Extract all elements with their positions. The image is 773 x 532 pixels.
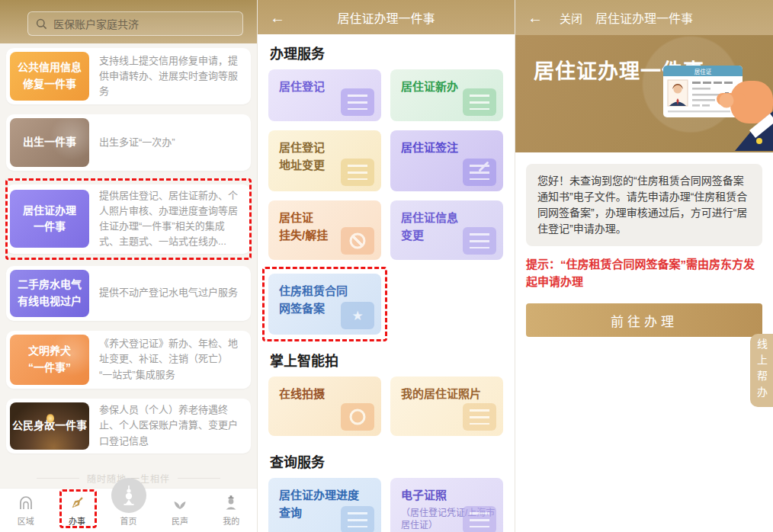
grid-item-e-license[interactable]: 电子证照 （居住登记凭证/上海市居住证）	[390, 478, 503, 532]
grid-item-progress-query[interactable]: 居住证办理进度 查询	[268, 478, 381, 532]
dove-icon	[172, 495, 188, 511]
service-tile: 出生一件事	[10, 118, 89, 167]
service-desc: 提供不动产登记水电气过户服务	[99, 285, 244, 300]
bottom-tab-bar: 区域 办事 首页 民声 我的	[0, 488, 257, 532]
service-card-residence-permit[interactable]: 居住证办理 一件事 提供居住登记、居住证新办、个人照片审核、办理进度查询等居住证…	[6, 184, 251, 254]
grid-item-address-change[interactable]: 居住登记 地址变更	[268, 130, 381, 191]
grid-item-new-permit[interactable]: 居住证新办	[390, 69, 503, 121]
online-help-tab[interactable]: 线上帮办	[750, 334, 773, 407]
service-desc: 参保人员（个人）养老待遇终止、个人医保账户清算、变更户口登记信息	[99, 402, 247, 448]
section-title: 办理服务	[270, 43, 504, 62]
tab-voice[interactable]: 民声	[154, 489, 205, 532]
service-row: 文明养犬 “一件事” 《养犬登记证》新办、年检、地址变更、补证、注销（死亡）“一…	[6, 331, 251, 389]
service-tile: 居住证办理 一件事	[10, 190, 89, 248]
app-screenshot: 医保账户家庭共济 公共信用信息 修复一件事 支持线上提交信用修复申请，提供申请转…	[0, 0, 773, 532]
permit-onestop-detail-screen: ← 关闭 居住证办理一件事 居住证办理一件事 居住证	[515, 0, 773, 532]
tip-text: 提示：“住房租赁合同网签备案”需由房东方发起申请办理	[526, 256, 762, 290]
search-placeholder: 医保账户家庭共济	[53, 16, 139, 31]
close-button[interactable]: 关闭	[560, 10, 582, 26]
service-tile: 二手房水电气 有线电视过户	[10, 270, 89, 317]
services-list-screen: 医保账户家庭共济 公共信用信息 修复一件事 支持线上提交信用修复申请，提供申请转…	[0, 0, 258, 532]
back-arrow-icon[interactable]: ←	[270, 10, 285, 25]
permit-card-label: 居住证	[694, 68, 712, 75]
page-title: 居住证办理一件事	[258, 8, 515, 27]
service-desc: 提供居住登记、居住证新办、个人照片审核、办理进度查询等居住证办理“一件事”相关的…	[99, 188, 247, 250]
person-icon	[223, 495, 239, 511]
tab-home[interactable]: 首页	[103, 489, 154, 532]
service-row: 公民身故一件事 参保人员（个人）养老待遇终止、个人医保账户清算、变更户口登记信息	[6, 399, 251, 453]
section-title: 掌上智能拍	[270, 350, 504, 370]
service-tile: 公共信用信息 修复一件事	[10, 52, 89, 101]
service-row: 居住证办理 一件事 提供居住登记、居住证新办、个人照片审核、办理进度查询等居住证…	[6, 184, 251, 254]
service-tile: 文明养犬 “一件事”	[10, 335, 89, 385]
highlighted-grid-cell: 住房租赁合同 网签备案	[268, 274, 381, 335]
search-header: 医保账户家庭共济	[0, 0, 257, 43]
grid-item-lease-contract-filing[interactable]: 住房租赁合同 网签备案	[268, 274, 381, 335]
section-title: 查询服务	[270, 451, 504, 471]
service-row: 出生一件事 出生多证“一次办”	[6, 114, 251, 171]
service-grid: 居住证办理进度 查询 电子证照 （居住登记凭证/上海市居住证）	[268, 478, 504, 532]
notice-message: 您好！未查询到您的“住房租赁合同网签备案通知书”电子文件。请先申请办理“住房租赁…	[526, 164, 762, 246]
tab-services[interactable]: 办事	[51, 489, 102, 532]
nav-header: ← 居住证办理一件事	[258, 0, 515, 34]
service-desc: 支持线上提交信用修复申请，提供申请转办、进展实时查询等服务	[99, 53, 247, 99]
service-card-birth[interactable]: 出生一件事 出生多证“一次办”	[6, 114, 251, 171]
document-icon	[341, 88, 374, 116]
card-block-icon	[341, 227, 374, 255]
services-body: 办理服务 居住登记 居住证新办 居住登记 地址变更 居住证签注	[258, 34, 515, 532]
pearl-tower-icon	[111, 478, 146, 513]
divider	[37, 478, 79, 479]
grid-item-info-change[interactable]: 居住证信息 变更	[390, 200, 503, 260]
residence-permit-services-screen: ← 居住证办理一件事 办理服务 居住登记 居住证新办 居住登记 地址变更	[258, 0, 515, 532]
service-tile: 公民身故一件事	[10, 402, 89, 450]
id-card-icon	[463, 88, 496, 116]
service-grid: 居住登记 居住证新办 居住登记 地址变更 居住证签注 居住证 挂失/解挂	[268, 69, 504, 335]
service-row: 公共信用信息 修复一件事 支持线上提交信用修复申请，提供申请转办、进展实时查询等…	[6, 48, 251, 104]
service-row: 二手房水电气 有线电视过户 提供不动产登记水电气过户服务	[6, 266, 251, 321]
back-arrow-icon[interactable]: ←	[528, 10, 543, 25]
service-card-credit-repair[interactable]: 公共信用信息 修复一件事 支持线上提交信用修复申请，提供申请转办、进展实时查询等…	[6, 48, 251, 104]
service-desc: 出生多证“一次办”	[99, 135, 181, 150]
service-grid: 在线拍摄 我的居住证照片	[268, 377, 504, 436]
go-handle-button[interactable]: 前往办理	[526, 303, 762, 337]
search-icon	[36, 18, 47, 30]
license-icon	[463, 506, 496, 532]
photo-icon	[463, 403, 496, 431]
camera-icon	[341, 403, 374, 431]
tab-region[interactable]: 区域	[0, 489, 51, 532]
star-badge-icon	[341, 302, 374, 329]
grid-item-my-photos[interactable]: 我的居住证照片	[390, 377, 503, 436]
service-card-utilities-transfer[interactable]: 二手房水电气 有线电视过户 提供不动产登记水电气过户服务	[6, 266, 251, 321]
search-input[interactable]: 医保账户家庭共济	[27, 11, 243, 36]
document-refresh-icon	[463, 227, 496, 255]
grid-item-online-photo[interactable]: 在线拍摄	[268, 377, 381, 436]
pen-document-icon	[463, 159, 496, 186]
tab-me[interactable]: 我的	[206, 489, 257, 532]
progress-list-icon	[341, 506, 374, 532]
grid-item-loss-report[interactable]: 居住证 挂失/解挂	[268, 200, 381, 260]
divider	[178, 478, 220, 479]
hand-holding-permit-card-illustration: 居住证	[642, 55, 773, 151]
arch-icon	[18, 495, 34, 511]
hero-banner: 居住证办理一件事 居住证	[515, 35, 773, 152]
grid-item-residence-registration[interactable]: 居住登记	[268, 69, 381, 121]
document-refresh-icon	[341, 159, 374, 186]
service-card-dog-license[interactable]: 文明养犬 “一件事” 《养犬登记证》新办、年检、地址变更、补证、注销（死亡）“一…	[6, 331, 251, 389]
service-card-citizen-death[interactable]: 公民身故一件事 参保人员（个人）养老待遇终止、个人医保账户清算、变更户口登记信息	[6, 399, 251, 453]
service-list: 公共信用信息 修复一件事 支持线上提交信用修复申请，提供申请转办、进展实时查询等…	[0, 43, 257, 453]
grid-item-endorsement[interactable]: 居住证签注	[390, 130, 503, 191]
service-desc: 《养犬登记证》新办、年检、地址变更、补证、注销（死亡）“一站式”集成服务	[99, 336, 247, 382]
pen-icon	[69, 495, 85, 511]
page-title: 居住证办理一件事	[515, 8, 773, 27]
nav-header: ← 关闭 居住证办理一件事	[515, 0, 773, 35]
